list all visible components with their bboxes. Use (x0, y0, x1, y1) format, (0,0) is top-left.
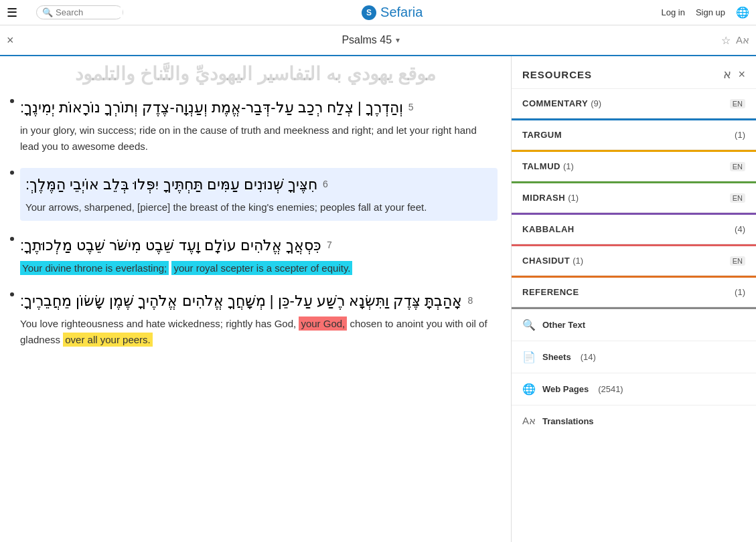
commentary-label: COMMENTARY (522, 98, 588, 108)
bullet-dot (10, 237, 14, 241)
chasidut-label: CHASIDUT (522, 256, 570, 266)
other-text-item[interactable]: 🔍 Other Text (512, 309, 756, 341)
kabbalah-label: KABBALAH (522, 224, 575, 234)
targum-item[interactable]: TARGUM (1) (512, 120, 756, 152)
verse-8-hebrew: 8 אָהַבְתָּ צֶּדֶק וַתִּשְׂנָא רֶשַׁע עַ… (20, 290, 498, 312)
verse-8-text-1: You love righteousness and hate wickedne… (20, 318, 299, 329)
kabbalah-item[interactable]: KABBALAH (4) (512, 215, 756, 246)
resources-panel: RESOURCES א × COMMENTARY (9) EN TARGUM (… (512, 56, 756, 542)
bullet-dot (10, 292, 14, 296)
targum-label: TARGUM (522, 130, 562, 140)
resources-header: RESOURCES א × (512, 56, 756, 89)
talmud-item[interactable]: TALMUD (1) EN (512, 152, 756, 183)
globe-icon[interactable]: 🌐 (736, 6, 749, 19)
other-text-label: Other Text (542, 320, 585, 330)
web-pages-count: (2541) (598, 384, 623, 394)
chasidut-count: (1) (573, 256, 583, 266)
passage-name: Psalms 45 (342, 34, 392, 46)
verse-7-hebrew: 7 כִּסְאֲךָ אֱלֹהִים עוֹלָם וָעֶד שֵׁבֶט… (20, 234, 498, 256)
resources-title: RESOURCES (522, 69, 592, 80)
verse-8-num: 8 (467, 294, 473, 308)
nav-right: Log in Sign up 🌐 (661, 6, 749, 19)
verse-7-english: Your divine throne is everlasting; your … (20, 260, 498, 276)
verse-5-english: in your glory, win success; ride on in t… (20, 122, 498, 155)
translations-icon: Aא (522, 415, 536, 427)
reference-count: (1) (735, 287, 745, 297)
commentary-row[interactable]: COMMENTARY (9) EN (512, 89, 756, 118)
text-size-icon[interactable]: Aא (736, 34, 749, 46)
chasidut-en-badge: EN (730, 256, 745, 266)
verse-5-num: 5 (408, 100, 414, 114)
star-icon[interactable]: ☆ (721, 34, 731, 47)
sheets-count: (14) (581, 352, 596, 362)
bullet-dot (10, 171, 14, 175)
commentary-en-badge: EN (730, 99, 745, 108)
reference-row[interactable]: REFERENCE (1) (512, 278, 756, 307)
web-pages-label: Web Pages (542, 384, 589, 394)
document-icon: 📄 (522, 351, 536, 363)
verse-6-num: 6 (323, 177, 328, 191)
verse-8-english: You love righteousness and hate wickedne… (20, 316, 498, 348)
midrash-row[interactable]: MIDRASH (1) EN (512, 183, 756, 213)
verse-5-hebrew: 5 וְהַדְרֶךָ | צְלַח רְכַב עַל-דְּבַר-אֱ… (20, 96, 498, 118)
top-nav: ☰ 🔍 S Sefaria Log in Sign up 🌐 (0, 0, 756, 25)
midrash-label: MIDRASH (522, 193, 565, 203)
aleph-icon[interactable]: א (723, 67, 731, 82)
verse-7: 7 כִּסְאֲךָ אֱלֹהִים עוֹלָם וָעֶד שֵׁבֶט… (20, 234, 498, 276)
verse-8: 8 אָהַבְתָּ צֶּדֶק וַתִּשְׂנָא רֶשַׁע עַ… (20, 290, 498, 348)
resources-icons: א × (723, 67, 745, 82)
login-link[interactable]: Log in (661, 7, 684, 17)
search-icon: 🔍 (522, 319, 536, 331)
logo: S Sefaria (123, 5, 661, 20)
web-pages-item[interactable]: 🌐 Web Pages (2541) (512, 373, 756, 405)
globe-icon: 🌐 (522, 383, 536, 395)
signup-link[interactable]: Sign up (696, 7, 725, 17)
midrash-en-badge: EN (730, 193, 745, 203)
verse-7-highlight-2: your royal scepter is a scepter of equit… (171, 261, 352, 275)
logo-text: Sefaria (380, 5, 423, 20)
targum-row[interactable]: TARGUM (1) (512, 120, 756, 150)
search-bar[interactable]: 🔍 (36, 5, 123, 19)
midrash-item[interactable]: MIDRASH (1) EN (512, 183, 756, 215)
chasidut-row[interactable]: CHASIDUT (1) EN (512, 246, 756, 276)
talmud-en-badge: EN (730, 162, 745, 171)
text-panel: موقع يهودي به التفاسير اليهوديِّ والتَّن… (0, 56, 512, 542)
talmud-row[interactable]: TALMUD (1) EN (512, 152, 756, 181)
verse-6-english: Your arrows, sharpened, [pierce] the bre… (25, 199, 492, 215)
watermark: موقع يهودي به التفاسير اليهوديِّ والتَّن… (0, 63, 511, 85)
verse-8-highlight-yellow: over all your peers. (63, 333, 153, 347)
bullet-dot (10, 99, 14, 103)
reference-item[interactable]: REFERENCE (1) (512, 278, 756, 309)
close-resources-icon[interactable]: × (738, 68, 745, 82)
verse-6-hebrew: 6 חִצֶּיךָ שְׁנוּנִים עַמִּים תַּחְתֶּיך… (25, 173, 492, 195)
logo-icon: S (362, 5, 376, 20)
verse-7-highlight-1: Your divine throne is everlasting; (20, 261, 169, 275)
passage-title: Psalms 45 ▾ (27, 34, 714, 46)
verse-8-highlight-red: your God, (299, 317, 347, 331)
search-icon: 🔍 (42, 7, 53, 17)
sheets-item[interactable]: 📄 Sheets (14) (512, 341, 756, 373)
passage-bar: × Psalms 45 ▾ ☆ Aא (0, 25, 756, 56)
chevron-down-icon: ▾ (396, 35, 400, 45)
kabbalah-row[interactable]: KABBALAH (4) (512, 215, 756, 244)
translations-item[interactable]: Aא Translations (512, 405, 756, 436)
kabbalah-count: (4) (735, 224, 745, 234)
chasidut-item[interactable]: CHASIDUT (1) EN (512, 246, 756, 278)
commentary-item[interactable]: COMMENTARY (9) EN (512, 89, 756, 120)
main-area: موقع يهودي به التفاسير اليهوديِّ والتَّن… (0, 56, 756, 542)
verse-6-block: 6 חִצֶּיךָ שְׁנוּנִים עַמִּים תַּחְתֶּיך… (20, 168, 498, 221)
talmud-count: (1) (563, 161, 574, 171)
reference-label: REFERENCE (522, 287, 579, 297)
search-input[interactable] (56, 7, 123, 17)
talmud-label: TALMUD (522, 161, 560, 171)
sheets-label: Sheets (542, 352, 571, 362)
verse-7-num: 7 (327, 238, 332, 252)
verse-5: 5 וְהַדְרֶךָ | צְלַח רְכַב עַל-דְּבַר-אֱ… (20, 96, 498, 155)
targum-count: (1) (735, 130, 745, 140)
verse-6: 6 חִצֶּיךָ שְׁנוּנִים עַמִּים תַּחְתֶּיך… (20, 168, 498, 221)
hamburger-icon[interactable]: ☰ (7, 5, 17, 20)
translations-label: Translations (542, 416, 594, 426)
commentary-count: (9) (591, 98, 601, 108)
close-button[interactable]: × (7, 33, 14, 48)
midrash-count: (1) (568, 193, 579, 203)
